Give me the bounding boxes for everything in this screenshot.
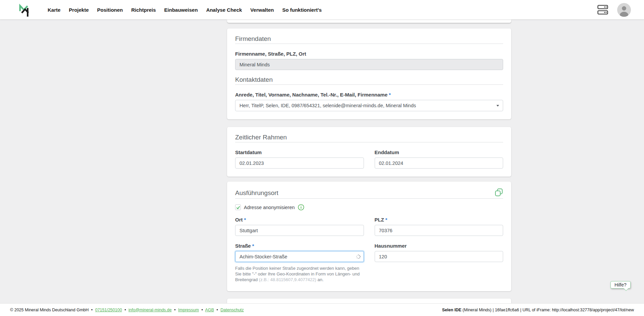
street-input[interactable] [235,251,364,262]
footer-link-agb[interactable]: AGB [205,308,214,312]
end-date-input[interactable] [375,157,503,169]
zip-field: PLZ * [375,216,503,236]
nav-item-analyse-check[interactable]: Analyse Check [206,7,242,13]
start-date-label: Startdatum [235,149,364,155]
timeframe-card: Zeitlicher Rahmen Startdatum Enddatum [227,127,511,177]
footer-left: © 2025 Mineral Minds Deutschland GmbH • … [10,308,244,312]
ide-info: (Mineral Minds) | 16fae1ffc6a6 | URL of … [462,308,634,312]
house-number-input[interactable] [375,251,503,262]
top-navbar: Karte Projekte Positionen Richtpreis Ein… [0,0,644,19]
contact-field: Anrede, Titel, Vorname, Nachname, Tel.-N… [235,91,503,111]
nav-item-projekte[interactable]: Projekte [69,7,89,13]
house-number-field: Hausnummer [375,243,503,282]
end-date-field: Enddatum [375,149,503,169]
page: Karte Projekte Positionen Richtpreis Ein… [0,0,644,316]
server-icon[interactable] [597,5,608,15]
company-input [235,59,503,70]
company-contact-card: Firmendaten Firmenname, Straße, PLZ, Ort… [227,28,511,119]
copy-icon[interactable] [495,188,503,197]
nav-item-richtpreis[interactable]: Richtpreis [131,7,156,13]
timeframe-row: Startdatum Enddatum [235,149,503,169]
footer-right: Selen IDE (Mineral Minds) | 16fae1ffc6a6… [442,308,634,312]
nav-item-karte[interactable]: Karte [48,7,60,13]
nav-item-verwalten[interactable]: Verwalten [250,7,274,13]
city-label: Ort * [235,216,364,223]
navbar-right-icons [597,3,631,17]
city-zip-row: Ort * PLZ * [235,216,503,236]
city-input[interactable] [235,225,364,236]
previous-card-bottom-edge [227,19,511,23]
location-card-header: Ausführungsort [235,188,503,197]
footer-link-impressum[interactable]: Impressum [178,308,199,312]
required-marker: * [244,216,246,223]
required-marker: * [389,91,391,98]
street-label: Straße * [235,243,364,249]
footer-link-datenschutz[interactable]: Datenschutz [220,308,244,312]
checkmark-icon [236,205,240,210]
location-card: Ausführungsort Adresse anonymisieren [227,182,511,291]
start-date-input[interactable] [235,157,364,169]
street-number-row: Straße * [235,243,503,282]
divider [235,198,503,199]
nav-item-positionen[interactable]: Positionen [97,7,123,13]
end-date-label: Enddatum [375,149,503,155]
mineral-minds-logo[interactable] [13,2,30,18]
required-marker: * [252,243,254,249]
section-title-ausfuehrungsort: Ausführungsort [235,189,278,197]
zip-label: PLZ * [375,216,503,223]
contact-select[interactable]: Herr, TitelP, Selen, IDE, 0987/654321, s… [235,100,503,111]
copyright-text: © 2025 Mineral Minds Deutschland GmbH [10,308,89,312]
help-button[interactable]: Hilfe? [610,281,631,289]
nav-menu: Karte Projekte Positionen Richtpreis Ein… [48,7,322,13]
company-label: Firmenname, Straße, PLZ, Ort [235,51,503,57]
nav-item-einbauweisen[interactable]: Einbauweisen [164,7,198,13]
section-title-firmendaten: Firmendaten [235,35,503,43]
chevron-down-icon [496,105,499,107]
house-number-label: Hausnummer [375,243,503,249]
start-date-field: Startdatum [235,149,364,169]
anonymize-row: Adresse anonymisieren [235,204,503,210]
city-field: Ort * [235,216,364,236]
street-field: Straße * [235,243,364,282]
footer-link-phone[interactable]: 07151/250100 [95,308,122,312]
form-column: Firmendaten Firmenname, Straße, PLZ, Ort… [227,19,511,316]
user-avatar-icon[interactable] [617,3,631,17]
ide-name: Selen IDE [442,308,462,312]
divider [235,44,503,44]
info-icon[interactable] [298,204,304,210]
section-title-zeitlicher-rahmen: Zeitlicher Rahmen [235,134,503,141]
divider [235,142,503,142]
nav-item-so-funktionierts[interactable]: So funktioniert's [282,7,322,13]
footer: © 2025 Mineral Minds Deutschland GmbH • … [0,303,644,316]
divider [235,84,503,85]
zip-input[interactable] [375,225,503,236]
loading-spinner-icon [356,254,361,259]
footer-link-email[interactable]: info@mineral-minds.de [128,308,172,312]
anonymize-checkbox[interactable] [235,204,241,210]
company-field: Firmenname, Straße, PLZ, Ort [235,51,503,70]
anonymize-label: Adresse anonymisieren [244,205,295,210]
street-help-text: Falls die Position keiner Straße zugeord… [235,265,364,282]
required-marker: * [385,216,387,223]
contact-label: Anrede, Titel, Vorname, Nachname, Tel.-N… [235,91,503,98]
section-title-kontaktdaten: Kontaktdaten [235,76,503,83]
